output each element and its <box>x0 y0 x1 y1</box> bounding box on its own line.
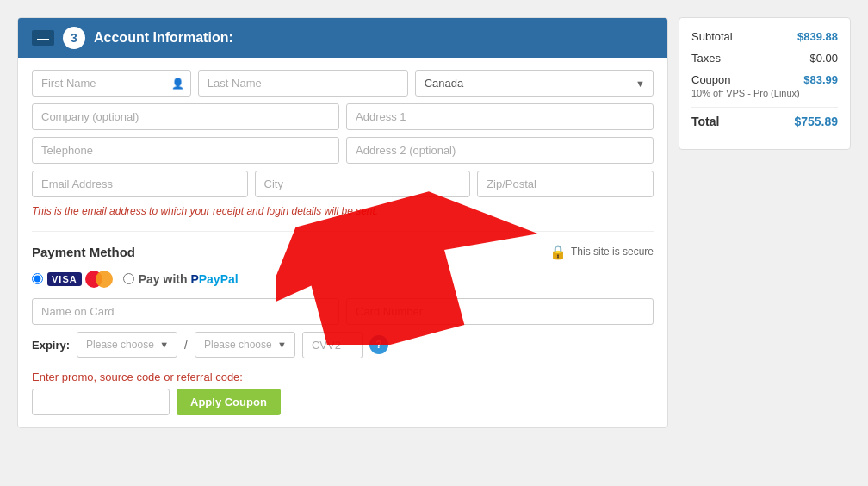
expiry-month-select[interactable]: Please choose 010203 040506 070809 10111… <box>77 332 177 358</box>
name-on-card-input[interactable] <box>32 298 339 325</box>
person-icon: 👤 <box>171 78 184 90</box>
country-select[interactable]: Canada United States United Kingdom <box>415 70 654 97</box>
zip-input[interactable] <box>477 171 654 197</box>
coupon-label: Enter promo, source code or referral cod… <box>32 371 654 383</box>
coupon-row: 10DISCOUNT Apply Coupon <box>32 389 654 415</box>
telephone-input[interactable] <box>32 137 339 164</box>
secure-text: This site is secure <box>571 246 654 258</box>
cvv-input[interactable] <box>302 332 363 358</box>
taxes-row: Taxes $0.00 <box>691 52 838 65</box>
taxes-value: $0.00 <box>809 52 838 65</box>
total-label: Total <box>691 115 719 128</box>
last-name-input[interactable] <box>198 70 408 97</box>
card-fields-row <box>32 298 654 325</box>
total-value: $755.89 <box>794 115 838 128</box>
city-input[interactable] <box>255 171 471 197</box>
payment-section: Payment Method 🔒 This site is secure VIS… <box>32 244 654 415</box>
expiry-separator: / <box>184 338 188 352</box>
taxes-label: Taxes <box>691 52 721 65</box>
summary-divider <box>691 107 838 108</box>
coupon-desc: 10% off VPS - Pro (Linux) <box>691 88 838 98</box>
subtotal-row: Subtotal $839.88 <box>691 30 838 43</box>
email-city-zip-row <box>32 171 654 197</box>
name-country-row: 👤 Canada United States United Kingdom ▼ <box>32 70 654 97</box>
secure-badge: 🔒 This site is secure <box>549 244 654 260</box>
coupon-summary-value: $83.99 <box>803 73 838 86</box>
expiry-month-wrapper: Please choose 010203 040506 070809 10111… <box>77 332 177 358</box>
card-option[interactable]: VISA <box>32 271 113 288</box>
total-row: Total $755.89 <box>691 115 838 128</box>
coupon-summary-label: Coupon <box>691 73 731 86</box>
company-input[interactable] <box>32 103 339 130</box>
address2-input[interactable] <box>346 137 654 164</box>
coupon-input[interactable]: 10DISCOUNT <box>32 389 170 415</box>
card-number-input[interactable] <box>346 298 654 325</box>
summary-panel: Subtotal $839.88 Taxes $0.00 Coupon $83.… <box>679 17 851 150</box>
section-header: — 3 Account Information: <box>18 18 667 58</box>
apply-coupon-button[interactable]: Apply Coupon <box>177 389 281 415</box>
account-form: 👤 Canada United States United Kingdom ▼ <box>18 58 667 427</box>
step-badge: 3 <box>63 27 85 49</box>
payment-title: Payment Method <box>32 245 135 259</box>
visa-logo: VISA <box>47 272 82 286</box>
first-name-input[interactable] <box>32 70 191 97</box>
card-logos: VISA <box>47 271 113 288</box>
paypal-brand-text: PPayPal <box>190 272 238 286</box>
coupon-row-summary: Coupon $83.99 10% off VPS - Pro (Linux) <box>691 73 838 98</box>
lock-icon: 🔒 <box>549 244 567 260</box>
address1-input[interactable] <box>346 103 654 130</box>
paypal-radio[interactable] <box>123 273 134 284</box>
email-input[interactable] <box>32 171 248 197</box>
payment-options: VISA Pay with <box>32 271 654 288</box>
expiry-year-select[interactable]: Please choose 202420252026 202720282029 <box>195 332 295 358</box>
expiry-label: Expiry: <box>32 339 70 352</box>
cvv-help-icon[interactable]: ? <box>369 335 388 354</box>
collapse-button[interactable]: — <box>32 30 54 46</box>
paypal-pay-text: Pay with PPayPal <box>139 272 239 286</box>
email-note: This is the email address to which your … <box>32 204 654 219</box>
section-divider <box>32 231 654 232</box>
card-radio[interactable] <box>32 273 43 284</box>
subtotal-label: Subtotal <box>691 30 733 43</box>
mc-orange-circle <box>96 271 113 288</box>
payment-header: Payment Method 🔒 This site is secure <box>32 244 654 260</box>
expiry-year-wrapper: Please choose 202420252026 202720282029 … <box>195 332 295 358</box>
expiry-row: Expiry: Please choose 010203 040506 0708… <box>32 332 654 358</box>
coupon-section: Enter promo, source code or referral cod… <box>32 371 654 415</box>
company-address-row <box>32 103 654 130</box>
telephone-address2-row <box>32 137 654 164</box>
paypal-option[interactable]: Pay with PPayPal <box>123 272 239 286</box>
subtotal-value: $839.88 <box>797 30 838 43</box>
mastercard-logo <box>85 271 113 288</box>
section-title: Account Information: <box>94 30 233 46</box>
